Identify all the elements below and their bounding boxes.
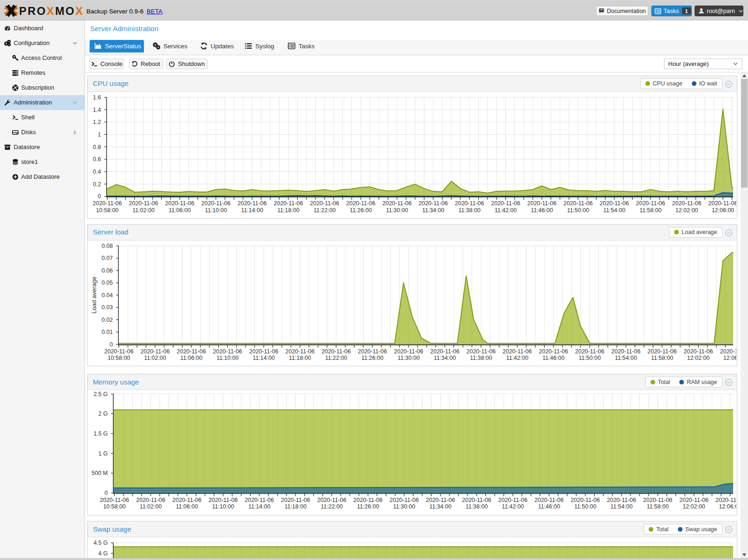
svg-text:0.01: 0.01 [102, 329, 113, 335]
svg-text:11:26:00: 11:26:00 [357, 503, 379, 510]
svg-text:2020-11-06: 2020-11-06 [498, 497, 527, 503]
svg-text:2020-11-06: 2020-11-06 [281, 497, 310, 503]
svg-text:2020-11-06: 2020-11-06 [136, 497, 165, 503]
svg-text:11:50:00: 11:50:00 [579, 355, 601, 361]
svg-text:11:34:00: 11:34:00 [429, 503, 452, 510]
svg-text:0.02: 0.02 [102, 316, 113, 323]
svg-text:2020-11-06: 2020-11-06 [92, 200, 122, 207]
svg-text:4 G: 4 G [98, 550, 108, 557]
svg-text:0.6: 0.6 [93, 156, 101, 163]
svg-text:0: 0 [98, 193, 101, 200]
svg-text:11:30:00: 11:30:00 [386, 207, 408, 213]
svg-text:1.6: 1.6 [93, 94, 101, 100]
svg-text:11:06:00: 11:06:00 [169, 207, 191, 213]
svg-text:11:30:00: 11:30:00 [393, 503, 416, 510]
svg-text:11:14:00: 11:14:00 [248, 503, 271, 510]
svg-text:0.08: 0.08 [102, 242, 113, 249]
svg-text:11:46:00: 11:46:00 [531, 207, 553, 213]
svg-text:2020-11-06: 2020-11-06 [310, 200, 339, 207]
svg-text:2020-11-06: 2020-11-06 [104, 348, 133, 354]
svg-text:0.06: 0.06 [102, 267, 113, 273]
svg-text:2020-11-06: 2020-11-06 [208, 497, 238, 503]
svg-text:2020-11-06: 2020-11-06 [599, 200, 629, 207]
svg-text:0.04: 0.04 [102, 292, 113, 298]
svg-text:2.5 G: 2.5 G [93, 391, 108, 397]
svg-text:11:34:00: 11:34:00 [422, 207, 444, 213]
svg-text:2020-11-06: 2020-11-06 [683, 348, 713, 354]
svg-text:1.4: 1.4 [93, 106, 101, 113]
svg-text:0: 0 [110, 341, 113, 347]
svg-text:12:06:00: 12:06:00 [712, 207, 735, 213]
svg-text:11:22:00: 11:22:00 [321, 503, 343, 510]
svg-text:2020-11-06: 2020-11-06 [353, 497, 383, 503]
svg-text:11:30:00: 11:30:00 [397, 355, 420, 361]
svg-text:11:54:00: 11:54:00 [603, 207, 625, 213]
svg-text:11:46:00: 11:46:00 [542, 355, 565, 361]
svg-text:11:18:00: 11:18:00 [289, 355, 311, 361]
svg-text:2020-11-06: 2020-11-06 [462, 497, 491, 503]
svg-text:11:26:00: 11:26:00 [361, 355, 384, 361]
svg-text:11:46:00: 11:46:00 [538, 503, 560, 510]
svg-text:2020-11-06: 2020-11-06 [708, 200, 736, 207]
svg-text:12:02:00: 12:02:00 [687, 355, 710, 361]
svg-text:2020-11-06: 2020-11-06 [249, 348, 278, 354]
svg-text:11:38:00: 11:38:00 [466, 503, 488, 510]
svg-text:12:06:00: 12:06:00 [719, 503, 736, 510]
svg-text:10:58:00: 10:58:00 [108, 355, 130, 361]
svg-text:2020-11-06: 2020-11-06 [672, 200, 701, 207]
svg-text:1.2: 1.2 [93, 119, 101, 125]
svg-text:11:18:00: 11:18:00 [277, 207, 299, 213]
svg-text:12:02:00: 12:02:00 [676, 207, 698, 213]
svg-text:11:50:00: 11:50:00 [574, 503, 597, 510]
svg-text:2020-11-06: 2020-11-06 [100, 497, 129, 503]
svg-text:Load average: Load average [91, 276, 98, 313]
svg-text:2020-11-06: 2020-11-06 [643, 497, 672, 503]
svg-text:2020-11-06: 2020-11-06 [539, 348, 568, 354]
svg-text:2020-11-06: 2020-11-06 [571, 497, 600, 503]
svg-text:2020-11-06: 2020-11-06 [321, 348, 351, 354]
svg-text:2020-11-06: 2020-11-06 [285, 348, 314, 354]
svg-text:11:10:00: 11:10:00 [205, 207, 227, 213]
svg-text:10:58:00: 10:58:00 [96, 207, 119, 213]
svg-text:11:34:00: 11:34:00 [434, 355, 456, 361]
svg-text:2020-11-06: 2020-11-06 [679, 497, 709, 503]
svg-text:2020-11-06: 2020-11-06 [201, 200, 230, 207]
svg-text:0.07: 0.07 [102, 255, 113, 261]
svg-text:2020-11-06: 2020-11-06 [455, 200, 484, 207]
svg-text:2020-11-06: 2020-11-06 [237, 200, 267, 207]
svg-text:11:58:00: 11:58:00 [647, 503, 669, 510]
svg-text:0.05: 0.05 [102, 280, 113, 286]
svg-text:11:38:00: 11:38:00 [470, 355, 492, 361]
svg-text:2020-11-06: 2020-11-06 [466, 348, 495, 354]
svg-text:1.5 G: 1.5 G [93, 430, 108, 437]
svg-text:2020-11-06: 2020-11-06 [575, 348, 604, 354]
svg-text:11:54:00: 11:54:00 [615, 355, 637, 361]
svg-text:0.03: 0.03 [102, 304, 113, 311]
svg-text:0.8: 0.8 [93, 143, 101, 150]
svg-text:11:58:00: 11:58:00 [639, 207, 662, 213]
svg-text:11:14:00: 11:14:00 [241, 207, 263, 213]
svg-text:11:02:00: 11:02:00 [132, 207, 155, 213]
svg-text:2020-11-06: 2020-11-06 [611, 348, 640, 354]
svg-text:2020-11-06: 2020-11-06 [647, 348, 676, 354]
svg-text:2020-11-06: 2020-11-06 [430, 348, 459, 354]
svg-text:11:14:00: 11:14:00 [253, 355, 275, 361]
svg-text:11:06:00: 11:06:00 [176, 503, 198, 510]
svg-text:12:02:00: 12:02:00 [683, 503, 705, 510]
svg-text:2020-11-06: 2020-11-06 [346, 200, 375, 207]
svg-text:2020-11-06: 2020-11-06 [394, 348, 423, 354]
svg-text:11:42:00: 11:42:00 [506, 355, 528, 361]
svg-text:11:02:00: 11:02:00 [140, 503, 162, 510]
svg-text:11:22:00: 11:22:00 [313, 207, 336, 213]
svg-text:2020-11-06: 2020-11-06 [176, 348, 206, 354]
svg-text:12:06:00: 12:06:00 [723, 355, 736, 361]
svg-text:2020-11-06: 2020-11-06 [426, 497, 455, 503]
svg-text:2020-11-06: 2020-11-06 [172, 497, 202, 503]
svg-text:2020-11-06: 2020-11-06 [607, 497, 636, 503]
svg-text:2020-11-06: 2020-11-06 [317, 497, 346, 503]
svg-text:2020-11-06: 2020-11-06 [636, 200, 665, 207]
svg-text:11:54:00: 11:54:00 [611, 503, 633, 510]
svg-text:2020-11-06: 2020-11-06 [563, 200, 592, 207]
svg-text:11:58:00: 11:58:00 [651, 355, 673, 361]
svg-text:2020-11-06: 2020-11-06 [491, 200, 520, 207]
